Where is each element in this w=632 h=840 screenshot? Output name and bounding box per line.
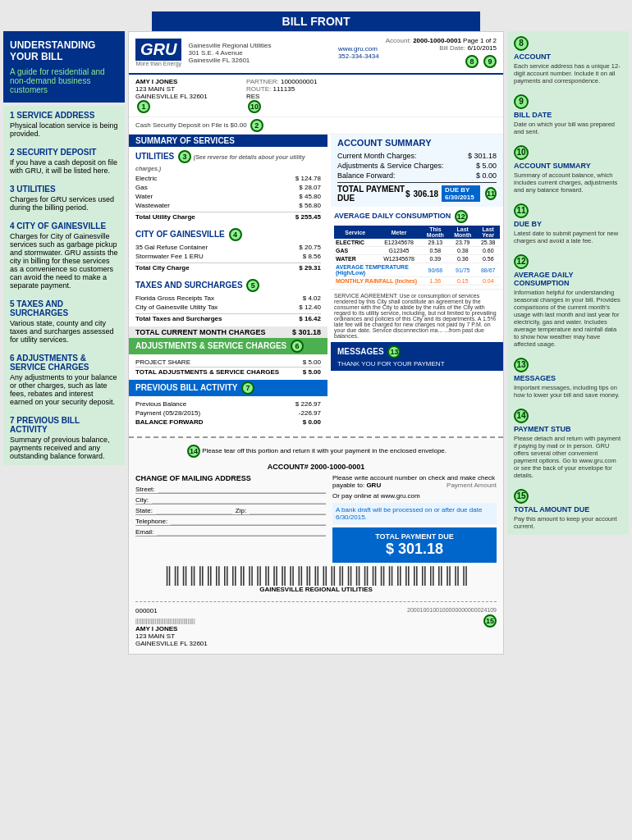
badge-3: 3 bbox=[178, 150, 191, 163]
payment-stub: 14 Please tear off this portion and retu… bbox=[129, 436, 503, 654]
sidebar-item-4: 4 CITY OF GAINESVILLECharges for City of… bbox=[3, 217, 125, 294]
right-item-12: 12AVERAGE DAILY CONSUMPTIONInformation h… bbox=[507, 249, 629, 353]
sidebar-item-7: 7 PREVIOUS BILL ACTIVITYSummary of previ… bbox=[3, 411, 125, 465]
taxes-rows: Florida Gross Receipts Tax$ 4.02City of … bbox=[135, 294, 321, 312]
badge-13: 13 bbox=[387, 345, 401, 358]
stub-right: Please write account number on check and… bbox=[332, 474, 497, 563]
stub-account-line: ACCOUNT# 2000-1000-0001 bbox=[135, 463, 497, 471]
badge-4: 4 bbox=[229, 228, 242, 241]
summary-services-header: SUMMARY OF SERVICES bbox=[129, 135, 327, 147]
prev-row: Previous Balance$ 226.97 bbox=[135, 399, 321, 409]
adj-total-row: TOTAL ADJUSTMENTS & SERVICE CHARGES $ 5.… bbox=[135, 367, 321, 377]
account-summary-title: ACCOUNT SUMMARY bbox=[337, 138, 497, 148]
summary-row: Balance Forward:$ 0.00 bbox=[337, 171, 497, 180]
sidebar-item-2: 2 SECURITY DEPOSITIf you have a cash dep… bbox=[3, 143, 125, 180]
customer-partner: PARTNER: 1000000001 ROUTE: 111135 RES 10 bbox=[246, 78, 341, 113]
avg-table: Service Meter This Month Last Month Last… bbox=[334, 226, 500, 285]
right-item-11: 11DUE BYLatest date to submit payment fo… bbox=[507, 199, 629, 249]
sidebar-item-1: 1 SERVICE ADDRESSPhysical location servi… bbox=[3, 106, 125, 143]
sidebar-item-3: 3 UTILITIESCharges for GRU services used… bbox=[3, 180, 125, 217]
badge-8: 8 bbox=[465, 55, 479, 68]
account-summary-box: ACCOUNT SUMMARY Current Month Charges:$ … bbox=[331, 135, 503, 207]
gru-website: www.gru.com 352-334-3434 bbox=[338, 45, 379, 60]
adj-rows: PROJECT SHARE$ 5.00 bbox=[135, 358, 321, 367]
badge-2: 2 bbox=[250, 119, 263, 132]
gru-address: Gainesville Regional Utilities 301 S.E. … bbox=[188, 42, 331, 64]
city-row: 35 Gal Refuse Container$ 20.75 bbox=[135, 243, 321, 252]
summary-total-row: TOTAL PAYMENT DUE $ 306.18 DUE BY 6/30/2… bbox=[337, 182, 497, 203]
main-layout: UNDERSTANDING YOUR BILL A guide for resi… bbox=[0, 31, 632, 655]
change-address-label: CHANGE OF MAILING ADDRESS bbox=[135, 474, 326, 482]
right-item-9: 9BILL DATEDate on which your bill was pr… bbox=[507, 89, 629, 140]
customer-info: AMY I JONES 123 MAIN ST GAINESVILLE FL 3… bbox=[129, 75, 503, 117]
city-total-row: Total City Charge $ 29.31 bbox=[135, 262, 321, 272]
summary-row: Adjustments & Service Charges:$ 5.00 bbox=[337, 161, 497, 171]
badge-14: 14 bbox=[187, 445, 200, 458]
bill-front-header: BILL FRONT bbox=[152, 11, 480, 31]
messages-title: MESSAGES 13 bbox=[337, 345, 497, 358]
left-sidebar: UNDERSTANDING YOUR BILL A guide for resi… bbox=[3, 31, 125, 655]
avg-temp-row: AVERAGE TEMPERATURE (High/Low) 90/68 91/… bbox=[334, 263, 500, 277]
taxes-title: TAXES AND SURCHARGES 5 bbox=[135, 279, 321, 292]
avg-electric-row: ELECTRIC E12345678 29.13 23.79 25.38 bbox=[334, 239, 500, 247]
city-section: CITY OF GAINESVILLE 4 35 Gal Refuse Cont… bbox=[129, 225, 327, 276]
avg-consumption: AVERAGE DAILY CONSUMPTION 12 Service Met… bbox=[331, 207, 503, 289]
utility-row: Water$ 45.80 bbox=[135, 192, 321, 201]
account-summary-right bbox=[357, 78, 497, 113]
current-total-line: TOTAL CURRENT MONTH CHARGES $ 301.18 bbox=[129, 326, 327, 338]
gru-logo: GRU More than Energy bbox=[135, 39, 181, 66]
security-deposit-line: Cash Security Deposit on File is $0.00 2 bbox=[129, 117, 503, 135]
sidebar-items-container: 1 SERVICE ADDRESSPhysical location servi… bbox=[3, 106, 125, 465]
page: BILL FRONT UNDERSTANDING YOUR BILL A gui… bbox=[0, 0, 632, 655]
sidebar-subtitle: A guide for residential and non-demand b… bbox=[10, 67, 118, 94]
utility-total-row: Total Utility Charge $ 255.45 bbox=[135, 212, 321, 221]
total-due-label: TOTAL PAYMENT DUE bbox=[341, 532, 488, 541]
right-item-10: 10ACCOUNT SUMMARYSummary of account bala… bbox=[507, 140, 629, 199]
prev-rows: Previous Balance$ 226.97Payment (05/28/2… bbox=[135, 399, 321, 418]
avg-rainfall-row: MONTHLY RAINFALL (Inches) 1.36 0.15 0.04 bbox=[334, 277, 500, 285]
badge-7: 7 bbox=[241, 381, 254, 395]
utilities-section: UTILITIES 3 (See reverse for details abo… bbox=[129, 147, 327, 225]
right-item-13: 13MESSAGESImportant messages, including … bbox=[507, 353, 629, 404]
tear-off-text: 14 Please tear off this portion and retu… bbox=[135, 445, 497, 458]
gru-account-info: Account: 2000-1000-0001 Page 1 of 2 Bill… bbox=[386, 37, 497, 68]
utility-row: Electric$ 124.78 bbox=[135, 174, 321, 183]
balance-forward-row: BALANCE FORWARD $ 0.00 bbox=[135, 418, 321, 427]
utility-row: Wastewater$ 56.80 bbox=[135, 201, 321, 210]
tax-row: City of Gainesville Utility Tax$ 12.40 bbox=[135, 303, 321, 312]
total-due-amount: $ 301.18 bbox=[341, 541, 488, 558]
bank-draft-text: A bank draft will be processed on or aft… bbox=[332, 503, 497, 524]
total-due-box: TOTAL PAYMENT DUE $ 301.18 bbox=[332, 527, 497, 563]
gru-header: GRU More than Energy Gainesville Regiona… bbox=[129, 32, 503, 75]
utilities-rows: Electric$ 124.78Gas$ 28.07Water$ 45.80Wa… bbox=[135, 174, 321, 210]
taxes-total-row: Total Taxes and Surcharges $ 16.42 bbox=[135, 313, 321, 323]
badge-1: 1 bbox=[137, 100, 150, 113]
gru-logo-tagline: More than Energy bbox=[135, 61, 181, 66]
badge-11: 11 bbox=[485, 187, 497, 200]
prev-bill-header: PREVIOUS BILL ACTIVITY 7 bbox=[129, 380, 327, 396]
gru-logo-box: GRU bbox=[135, 39, 181, 61]
summary-rows: Current Month Charges:$ 301.18Adjustment… bbox=[337, 151, 497, 180]
col-right: ACCOUNT SUMMARY Current Month Charges:$ … bbox=[331, 135, 503, 430]
prev-row: Payment (05/28/2015)-226.97 bbox=[135, 409, 321, 418]
summary-row: Current Month Charges:$ 301.18 bbox=[337, 151, 497, 161]
barcode-label: GAINESVILLE REGIONAL UTILITIES bbox=[259, 586, 373, 593]
taxes-section: TAXES AND SURCHARGES 5 Florida Gross Rec… bbox=[129, 276, 327, 326]
badge-6: 6 bbox=[291, 340, 304, 353]
barcode-area: ║║║║║║║║║║║║║║║║║║║║║║║║║║║║║║║║║║║║║ GA… bbox=[135, 563, 497, 596]
prev-bill-section: Previous Balance$ 226.97Payment (05/28/2… bbox=[129, 396, 327, 430]
due-badge: DUE BY 6/30/2015 bbox=[442, 185, 480, 202]
badge-5: 5 bbox=[246, 279, 259, 292]
messages-section: MESSAGES 13 THANK YOU FOR YOUR PAYMENT bbox=[331, 342, 503, 371]
adj-row: PROJECT SHARE$ 5.00 bbox=[135, 358, 321, 367]
tax-row: Florida Gross Receipts Tax$ 4.02 bbox=[135, 294, 321, 303]
online-payment: Or pay online at www.gru.com bbox=[332, 492, 497, 500]
city-rows: 35 Gal Refuse Container$ 20.75Stormwater… bbox=[135, 243, 321, 261]
sidebar-item-5: 5 TAXES AND SURCHARGESVarious state, cou… bbox=[3, 294, 125, 349]
bill-center: GRU More than Energy Gainesville Regiona… bbox=[128, 31, 504, 655]
messages-content: THANK YOU FOR YOUR PAYMENT bbox=[337, 360, 497, 368]
utilities-title: UTILITIES 3 (See reverse for details abo… bbox=[135, 150, 321, 172]
adjustments-section: PROJECT SHARE$ 5.00 TOTAL ADJUSTMENTS & … bbox=[129, 354, 327, 380]
right-item-8: 8ACCOUNTEach service address has a uniqu… bbox=[507, 31, 629, 89]
two-col-layout: SUMMARY OF SERVICES UTILITIES 3 (See rev… bbox=[129, 135, 503, 430]
